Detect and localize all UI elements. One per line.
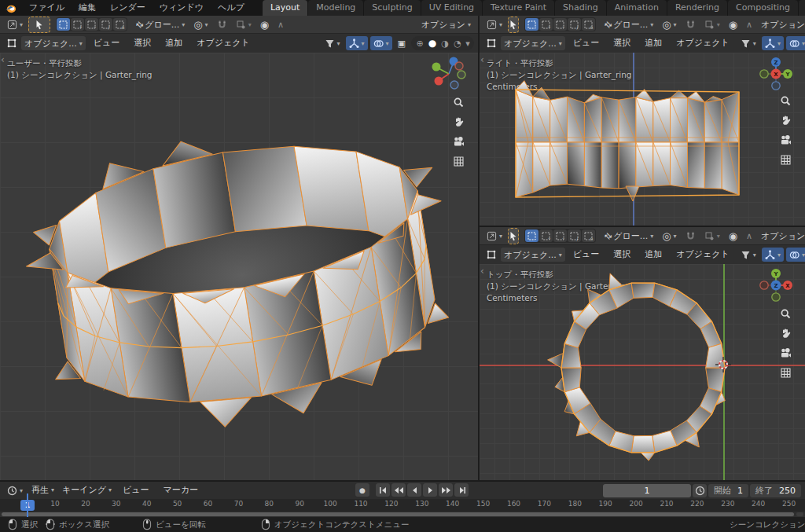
menu-edit[interactable]: 編集 xyxy=(72,0,103,16)
select-mode-subtract[interactable]: － xyxy=(553,18,567,31)
shading-material-button[interactable]: ◑ xyxy=(439,37,451,50)
mesh-garter-ring-side[interactable] xyxy=(480,53,805,226)
viewport-menu-view[interactable]: ビュー xyxy=(567,35,606,51)
shading-wireframe-button[interactable]: ⊕ xyxy=(414,37,426,50)
snap-target-dropdown[interactable]: ▾ xyxy=(233,17,255,31)
camera-view-button[interactable] xyxy=(778,346,792,360)
mode-dropdown[interactable]: オブジェク...▾ xyxy=(501,36,565,50)
jump-prev-keyframe-button[interactable] xyxy=(391,483,406,497)
zoom-button[interactable] xyxy=(451,95,465,109)
play-reverse-button[interactable] xyxy=(407,483,421,497)
filter-dropdown[interactable]: ▾ xyxy=(737,248,759,262)
shading-rendered-button[interactable]: ◔ xyxy=(451,37,464,50)
mode-dropdown[interactable]: オブジェク...▾ xyxy=(21,36,86,50)
tab-uv-editing[interactable]: UV Editing xyxy=(421,0,482,16)
menu-file[interactable]: ファイル xyxy=(22,0,72,16)
viewport-menu-object[interactable]: オブジェクト xyxy=(670,247,736,262)
editor-type-button[interactable]: ▾ xyxy=(4,17,26,31)
auto-keying-clock-button[interactable] xyxy=(693,484,707,497)
tab-compositing[interactable]: Compositing xyxy=(728,0,798,16)
editor-type-button[interactable]: ▾ xyxy=(483,17,505,31)
viewport-menu-object[interactable]: オブジェクト xyxy=(190,35,256,51)
viewport-menu-object[interactable]: オブジェクト xyxy=(670,35,736,51)
gizmos-dropdown[interactable]: ▾ xyxy=(762,248,784,262)
pivot-dropdown[interactable]: ◎▾ xyxy=(190,17,211,31)
frame-start-field[interactable]: 開始 1 xyxy=(708,484,748,497)
timeline-scrollbar[interactable] xyxy=(2,512,794,516)
timeline-menu-playback[interactable]: 再生▾ xyxy=(28,482,57,497)
select-mode-intersect[interactable]: ∩ xyxy=(113,18,127,31)
viewport-menu-view[interactable]: ビュー xyxy=(567,247,606,262)
tab-layout[interactable]: Layout xyxy=(263,0,307,16)
shading-dropdown[interactable]: ▾ xyxy=(464,37,472,50)
zoom-button[interactable] xyxy=(778,306,792,321)
pan-button[interactable] xyxy=(451,115,465,129)
proportional-editing-toggle[interactable]: ◉ xyxy=(726,17,741,31)
current-frame-field[interactable]: 1 xyxy=(603,484,691,497)
snap-toggle[interactable] xyxy=(682,229,699,243)
select-mode-subtract[interactable]: － xyxy=(85,18,98,31)
mesh-garter-ring-top[interactable] xyxy=(480,264,805,480)
timeline-scroll-corner[interactable] xyxy=(796,512,803,516)
select-mode-extend[interactable]: ＋ xyxy=(539,18,553,31)
proportional-editing-toggle[interactable]: ◉ xyxy=(726,229,741,243)
falloff-dropdown[interactable]: ∧ xyxy=(743,229,755,243)
camera-view-button[interactable] xyxy=(778,133,792,147)
shading-solid-button[interactable]: ● xyxy=(426,37,439,50)
perspective-grid-button[interactable] xyxy=(451,154,465,168)
pan-button[interactable] xyxy=(778,326,792,340)
tab-rendering[interactable]: Rendering xyxy=(667,0,727,16)
falloff-dropdown[interactable]: ∧ xyxy=(274,17,287,31)
select-mode-invert[interactable]: ∕ xyxy=(568,229,581,242)
mode-icon-button[interactable] xyxy=(4,36,20,50)
snap-target-dropdown[interactable]: ▾ xyxy=(701,229,723,243)
tab-texture-paint[interactable]: Texture Paint xyxy=(483,0,554,16)
select-mode-set[interactable] xyxy=(525,18,539,31)
timeline-menu-view[interactable]: ビュー xyxy=(116,482,156,498)
falloff-dropdown[interactable]: ∧ xyxy=(743,17,755,31)
perspective-grid-button[interactable] xyxy=(778,365,792,380)
viewport-canvas-top[interactable]: トップ・平行投影 (1) シーンコレクション | Garter_ring Cen… xyxy=(480,264,805,480)
tab-sculpting[interactable]: Sculpting xyxy=(364,0,420,16)
viewport-menu-select[interactable]: 選択 xyxy=(127,35,157,51)
viewport-menu-select[interactable]: 選択 xyxy=(607,247,637,262)
options-dropdown[interactable]: オプション▾ xyxy=(758,17,805,31)
menu-help[interactable]: ヘルプ xyxy=(211,0,252,16)
select-mode-intersect[interactable]: ∩ xyxy=(582,18,595,31)
jump-next-keyframe-button[interactable] xyxy=(439,483,453,497)
filter-dropdown[interactable]: ▾ xyxy=(322,36,344,50)
timeline-ruler[interactable]: 1 10203040506070809010011012013014015016… xyxy=(0,499,805,512)
snap-toggle[interactable] xyxy=(214,17,230,31)
timeline-editor-type-button[interactable]: ▾ xyxy=(4,483,26,497)
tab-shading[interactable]: Shading xyxy=(555,0,606,16)
options-dropdown[interactable]: オプション▾ xyxy=(418,17,474,31)
pivot-dropdown[interactable]: ◎▾ xyxy=(659,229,679,243)
frame-end-field[interactable]: 終了 250 xyxy=(750,484,801,497)
tab-geometry-nodes[interactable]: Geometry Nodes xyxy=(799,0,805,16)
select-mode-invert[interactable]: ∕ xyxy=(99,18,112,31)
snap-toggle[interactable] xyxy=(682,17,699,31)
zoom-button[interactable] xyxy=(778,94,792,108)
viewport-canvas-right[interactable]: ライト・平行投影 (1) シーンコレクション | Garter_ring Cen… xyxy=(480,53,805,226)
mode-icon-button[interactable] xyxy=(483,36,499,50)
viewport-canvas-user[interactable]: ユーザー・平行投影 (1) シーンコレクション | Garter_ring ‹ xyxy=(0,53,478,480)
record-button[interactable]: ● xyxy=(355,483,369,497)
viewport-menu-add[interactable]: 追加 xyxy=(638,247,668,262)
timeline-menu-marker[interactable]: マーカー xyxy=(157,482,205,498)
pan-button[interactable] xyxy=(778,113,792,127)
gizmos-dropdown[interactable]: ▾ xyxy=(346,36,368,50)
select-mode-intersect[interactable]: ∩ xyxy=(582,229,595,242)
jump-to-start-button[interactable] xyxy=(376,483,390,497)
play-button[interactable] xyxy=(423,483,437,497)
filter-dropdown[interactable]: ▾ xyxy=(737,36,759,50)
options-dropdown[interactable]: オプション▾ xyxy=(758,229,805,243)
select-mode-subtract[interactable]: － xyxy=(553,229,567,242)
camera-view-button[interactable] xyxy=(451,134,465,149)
mode-dropdown[interactable]: オブジェク...▾ xyxy=(501,248,565,262)
select-mode-extend[interactable]: ＋ xyxy=(539,229,553,242)
overlays-dropdown[interactable]: ▾ xyxy=(786,248,805,262)
menu-window[interactable]: ウィンドウ xyxy=(153,0,211,16)
mode-icon-button[interactable] xyxy=(483,248,499,262)
orientation-dropdown[interactable]: ⇄グロー...▾ xyxy=(601,229,656,243)
orientation-dropdown[interactable]: ⇄グロー...▾ xyxy=(133,17,188,31)
